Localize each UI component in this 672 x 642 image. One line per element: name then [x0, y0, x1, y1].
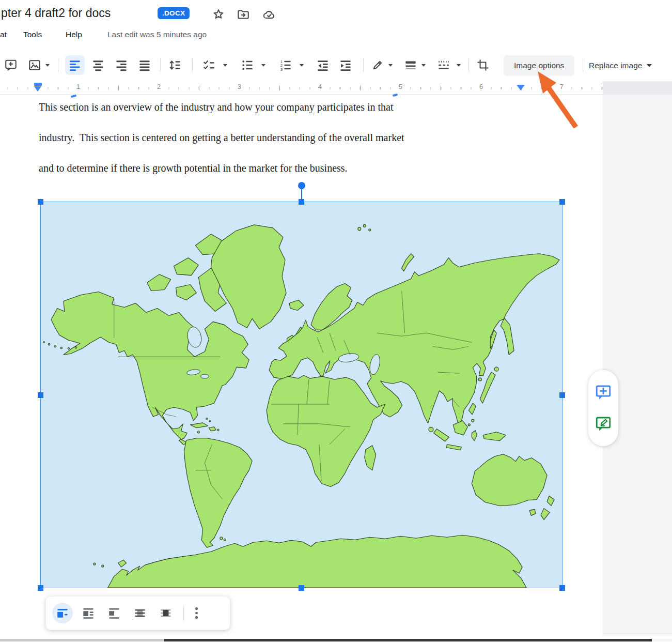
ruler-number: 3 [236, 83, 243, 90]
numbered-list-caret[interactable] [300, 64, 304, 67]
horizontal-ruler[interactable]: 1 2 3 4 5 6 7 [0, 81, 603, 95]
add-comment-icon[interactable] [595, 384, 612, 401]
border-weight-icon[interactable] [404, 58, 417, 72]
border-color-caret[interactable] [388, 64, 393, 67]
resize-handle-middle-left[interactable] [38, 392, 43, 398]
replace-image-label: Replace image [589, 61, 642, 70]
resize-handle-bottom-right[interactable] [559, 585, 565, 591]
behind-text-button[interactable] [130, 603, 150, 623]
right-indent-marker[interactable] [517, 85, 525, 90]
resize-handle-top-left[interactable] [38, 199, 43, 205]
suggest-edits-icon[interactable] [595, 415, 612, 433]
replace-image-caret [647, 64, 652, 67]
menu-tools[interactable]: Tools [23, 30, 42, 39]
ruler-right-margin-area [603, 81, 672, 95]
paragraph-line[interactable]: industry. This section is centered on ge… [39, 132, 404, 145]
resize-handle-middle-right[interactable] [559, 392, 565, 398]
align-left-icon[interactable] [68, 58, 82, 72]
border-color-pen-icon[interactable] [371, 58, 384, 72]
justify-icon[interactable] [138, 58, 151, 72]
world-map-graphic [41, 202, 562, 588]
image-options-button[interactable]: Image options [504, 55, 574, 76]
replace-image-button[interactable]: Replace image [589, 55, 652, 76]
left-indent-marker[interactable] [34, 86, 41, 91]
resize-handle-top-center[interactable] [299, 199, 304, 205]
first-line-indent-marker[interactable] [34, 83, 42, 86]
wrap-text-button[interactable] [78, 603, 99, 623]
in-line-button[interactable] [52, 603, 73, 623]
ruler-number: 4 [317, 83, 323, 90]
docx-badge: .DOCX [158, 7, 190, 19]
horizontal-scrollbar-thumb[interactable] [164, 639, 652, 641]
break-text-button[interactable] [104, 603, 124, 623]
move-to-folder-icon[interactable] [237, 8, 250, 21]
scrollbar-corner [652, 639, 672, 641]
resize-handle-bottom-left[interactable] [38, 585, 43, 591]
decrease-indent-icon[interactable] [316, 58, 330, 72]
line-spacing-icon[interactable] [168, 58, 182, 72]
numbered-list-icon[interactable]: 1 2 3 [279, 58, 292, 72]
page-right-gutter [603, 95, 672, 636]
insert-image-icon[interactable] [28, 58, 41, 72]
bulleted-list-icon[interactable] [241, 58, 254, 72]
resize-handle-bottom-center[interactable] [299, 585, 304, 591]
align-right-icon[interactable] [115, 58, 128, 72]
document-title[interactable]: pter 4 draft2 for docs [1, 6, 111, 20]
checklist-icon[interactable] [202, 58, 216, 72]
bulleted-list-caret[interactable] [261, 64, 265, 67]
side-action-pill [588, 370, 618, 446]
menu-help[interactable]: Help [66, 30, 82, 39]
checklist-caret[interactable] [223, 64, 227, 67]
google-docs-window: pter 4 draft2 for docs .DOCX at Tools He… [0, 0, 672, 642]
toolbar: 1 2 3 [0, 52, 672, 79]
align-center-icon[interactable] [91, 58, 105, 72]
last-edit-link[interactable]: Last edit was 5 minutes ago [107, 30, 207, 39]
ruler-number: 2 [155, 83, 162, 90]
ruler-number: 5 [397, 83, 404, 90]
position-toolbar-divider [183, 605, 184, 621]
increase-indent-icon[interactable] [339, 58, 352, 72]
paragraph-line[interactable]: and to determine if there is growth pote… [39, 162, 348, 176]
paragraph-line[interactable]: This section is an overview of the indus… [39, 101, 394, 115]
ruler-number: 1 [75, 83, 82, 90]
in-front-of-text-button[interactable] [155, 603, 176, 623]
selected-world-map-image[interactable] [40, 202, 562, 588]
add-comment-icon[interactable] [4, 58, 18, 72]
more-options-icon[interactable] [191, 605, 202, 621]
ruler-number: 7 [558, 83, 565, 90]
border-dash-icon[interactable] [437, 58, 450, 72]
image-position-toolbar [45, 596, 230, 630]
resize-handle-top-right[interactable] [559, 199, 565, 205]
rotation-handle[interactable] [298, 182, 305, 189]
horizontal-scrollbar-track[interactable] [0, 639, 672, 641]
crop-icon[interactable] [476, 58, 490, 72]
star-icon[interactable] [212, 8, 225, 21]
border-dash-caret[interactable] [457, 64, 461, 67]
svg-text:3: 3 [280, 67, 283, 72]
border-weight-caret[interactable] [421, 64, 426, 67]
ruler-number: 6 [478, 83, 485, 90]
insert-image-caret[interactable] [45, 64, 50, 67]
menu-format-partial[interactable]: at [0, 30, 7, 39]
cloud-saved-icon[interactable] [262, 8, 276, 21]
